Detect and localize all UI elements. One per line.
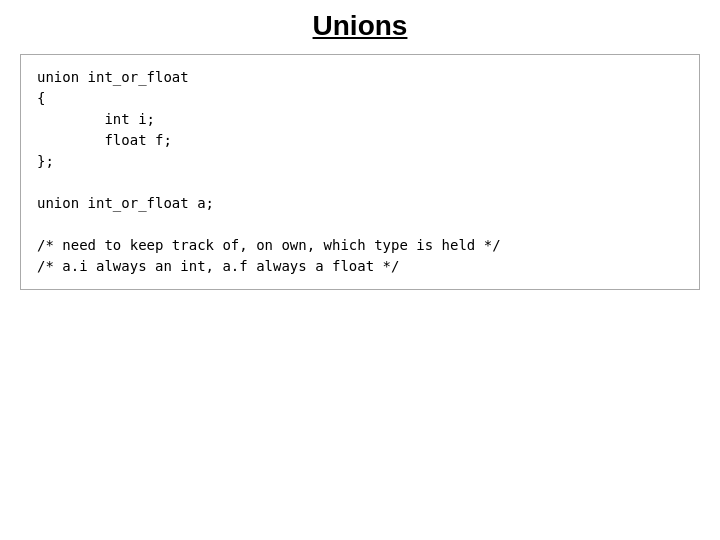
code-container: union int_or_float { int i; float f; }; … [20, 54, 700, 290]
page-title: Unions [313, 10, 408, 42]
code-content: union int_or_float { int i; float f; }; … [37, 67, 683, 277]
